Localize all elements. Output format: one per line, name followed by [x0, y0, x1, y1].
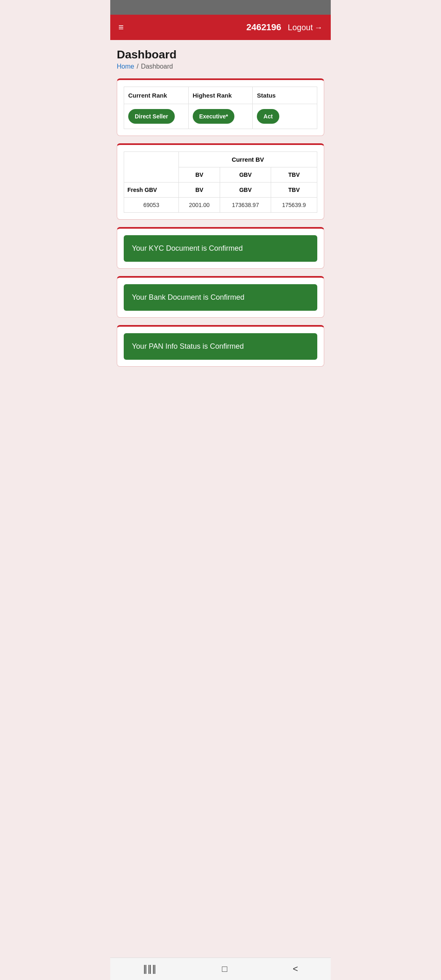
rank-col-current: Current Rank: [124, 87, 189, 104]
rank-status-cell: Act: [253, 104, 317, 129]
rank-current-cell: Direct Seller: [124, 104, 189, 129]
rank-col-highest: Highest Rank: [188, 87, 253, 104]
navbar: ≡ 2462196 Logout →: [110, 15, 331, 40]
page-title: Dashboard: [117, 48, 324, 61]
navbar-right: 2462196 Logout →: [246, 22, 323, 33]
hamburger-icon[interactable]: ≡: [118, 22, 124, 33]
bv-col-fresh-gbv-sub: Fresh GBV: [124, 183, 179, 198]
bv-col-bv-sub: BV: [178, 167, 220, 183]
bv-current-bv-header: Current BV: [178, 152, 317, 167]
rank-row: Direct Seller Executive* Act: [124, 104, 317, 129]
bv-col-gbv-label: GBV: [220, 183, 271, 198]
kyc-card: Your KYC Document is Confirmed: [117, 227, 324, 269]
breadcrumb-separator: /: [137, 63, 138, 70]
rank-table: Current Rank Highest Rank Status Direct …: [124, 87, 317, 129]
bv-col-tbv-label: TBV: [271, 183, 317, 198]
breadcrumb-current: Dashboard: [141, 63, 173, 70]
kyc-status-button[interactable]: Your KYC Document is Confirmed: [124, 235, 317, 262]
bank-status-button[interactable]: Your Bank Document is Confirmed: [124, 284, 317, 311]
nav-back-icon[interactable]: <: [293, 964, 298, 974]
bv-fresh-gbv-val: 69053: [124, 198, 179, 213]
bv-table: Current BV BV GBV TBV Fresh GBV BV GBV T…: [124, 151, 317, 213]
breadcrumb: Home / Dashboard: [117, 63, 324, 70]
rank-current-badge: Direct Seller: [128, 109, 175, 124]
rank-col-status: Status: [253, 87, 317, 104]
pan-status-button[interactable]: Your PAN Info Status is Confirmed: [124, 333, 317, 360]
status-bar: [110, 0, 331, 15]
main-content: Dashboard Home / Dashboard Current Rank …: [110, 40, 331, 382]
rank-status-badge: Act: [257, 109, 279, 124]
bv-gbv-val: 173638.97: [220, 198, 271, 213]
bv-col-tbv-sub: TBV: [271, 167, 317, 183]
bv-card: Current BV BV GBV TBV Fresh GBV BV GBV T…: [117, 143, 324, 220]
bv-col-bv-label: BV: [178, 183, 220, 198]
bv-col-gbv-sub: GBV: [220, 167, 271, 183]
bv-bv-val: 2001.00: [178, 198, 220, 213]
rank-highest-badge: Executive*: [193, 109, 235, 124]
logout-label: Logout: [288, 23, 313, 32]
breadcrumb-home[interactable]: Home: [117, 63, 134, 70]
logout-icon: →: [314, 23, 323, 32]
rank-highest-cell: Executive*: [188, 104, 253, 129]
bv-tbv-val: 175639.9: [271, 198, 317, 213]
logout-button[interactable]: Logout →: [288, 23, 323, 32]
bank-card: Your Bank Document is Confirmed: [117, 276, 324, 318]
nav-home-icon[interactable]: □: [222, 964, 227, 974]
bv-data-row: 69053 2001.00 173638.97 175639.9: [124, 198, 317, 213]
pan-card: Your PAN Info Status is Confirmed: [117, 325, 324, 367]
bottom-nav: ‖‖‖ □ <: [110, 958, 331, 980]
user-id: 2462196: [246, 22, 281, 33]
nav-menu-icon[interactable]: ‖‖‖: [143, 964, 156, 974]
rank-card: Current Rank Highest Rank Status Direct …: [117, 78, 324, 136]
